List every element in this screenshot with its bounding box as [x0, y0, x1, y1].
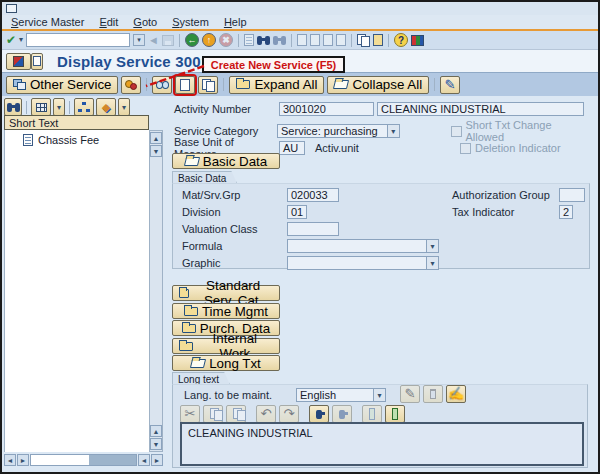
base-unit-field[interactable]: AU: [279, 141, 305, 155]
continuous-text-button[interactable]: [385, 405, 405, 423]
sort-filter-dropdown[interactable]: ▾: [118, 98, 130, 116]
enter-dropdown-icon[interactable]: ▾: [19, 36, 23, 44]
copy-service-button[interactable]: [198, 76, 218, 94]
tree-vertical-scrollbar[interactable]: ▲ ▼ ▲ ▼: [149, 130, 163, 452]
back-icon[interactable]: ◄: [148, 35, 159, 46]
authorization-group-field[interactable]: [559, 188, 585, 202]
tree-item-chassis-fee[interactable]: Chassis Fee: [5, 130, 149, 146]
scroll-right-icon[interactable]: ►: [17, 454, 29, 466]
scroll-thumb[interactable]: [89, 455, 136, 465]
cut-button[interactable]: ✂: [180, 405, 200, 423]
scroll-up-icon[interactable]: ▲: [150, 132, 162, 144]
import-icon: [369, 408, 375, 420]
find-next-text-button[interactable]: [332, 405, 352, 423]
find-next-icon[interactable]: [273, 36, 286, 45]
other-service-button[interactable]: Other Service: [6, 76, 118, 94]
undo-button[interactable]: ↶: [256, 405, 276, 423]
valuation-class-field[interactable]: [287, 222, 339, 236]
basic-data-section-button[interactable]: Basic Data: [172, 153, 280, 169]
table-settings-button[interactable]: ✎: [440, 76, 460, 94]
paste-button[interactable]: [226, 405, 246, 423]
other-service-label: Other Service: [30, 77, 111, 92]
undo-icon: ↶: [260, 407, 271, 420]
display-object-list-button[interactable]: [6, 53, 31, 70]
scroll-left-icon[interactable]: ◄: [138, 454, 150, 466]
help-icon[interactable]: ?: [394, 33, 408, 47]
mat-srv-grp-field[interactable]: 020033: [287, 188, 339, 202]
cancel-icon[interactable]: ✖: [219, 33, 233, 47]
dropdown-icon[interactable]: ▾: [426, 239, 439, 253]
language-select[interactable]: English ▾: [296, 388, 386, 402]
menu-help[interactable]: Help: [224, 16, 247, 28]
scroll-right-icon[interactable]: ►: [151, 454, 163, 466]
formula-select[interactable]: ▾: [287, 239, 439, 253]
activity-number-field[interactable]: 3001020: [279, 102, 374, 116]
sort-filter-button[interactable]: ◆: [96, 98, 116, 116]
menu-service-master[interactable]: Service Master: [11, 16, 84, 28]
dropdown-icon[interactable]: ▾: [373, 388, 386, 402]
delete-text-button[interactable]: [423, 385, 443, 403]
division-field[interactable]: 01: [287, 205, 307, 219]
enter-icon[interactable]: ✔: [6, 34, 16, 46]
base-unit-desc: Activ.unit: [315, 142, 425, 154]
column-settings-button[interactable]: [31, 98, 51, 116]
refresh-service-button[interactable]: [121, 76, 141, 94]
deletion-indicator-checkbox[interactable]: Deletion Indicator: [460, 142, 561, 154]
formula-label: Formula: [182, 240, 287, 252]
scroll-track[interactable]: [30, 454, 137, 466]
print-icon[interactable]: [244, 34, 254, 46]
edit-text-button[interactable]: ✎: [400, 385, 420, 403]
section-button-label: Long Txt: [209, 356, 261, 371]
tax-indicator-field[interactable]: 2: [559, 205, 573, 219]
redo-button[interactable]: ↷: [279, 405, 299, 423]
create-shortcut-icon[interactable]: [373, 34, 383, 46]
editor-button[interactable]: ✍: [446, 385, 466, 403]
scroll-down-icon[interactable]: ▼: [150, 438, 162, 450]
first-page-icon[interactable]: [297, 34, 307, 46]
long-txt-button[interactable]: Long Txt: [172, 355, 280, 371]
command-history-icon[interactable]: ▾: [133, 34, 145, 46]
tree-horizontal-scrollbar[interactable]: ◄ ► ◄ ►: [4, 453, 163, 467]
menu-goto[interactable]: Goto: [133, 16, 157, 28]
exit-back-icon[interactable]: ←: [185, 33, 199, 47]
expand-all-label: Expand All: [254, 77, 317, 92]
find-text-button[interactable]: [309, 405, 329, 423]
display-change-button[interactable]: [152, 76, 172, 94]
last-page-icon[interactable]: [336, 34, 346, 46]
standard-serv-cat-button[interactable]: Standard Serv. Cat.: [172, 285, 280, 301]
menu-edit[interactable]: Edit: [99, 16, 118, 28]
internal-work-button[interactable]: Internal Work: [172, 338, 280, 354]
activity-description-field[interactable]: CLEANING INDUSTRIAL: [377, 102, 584, 116]
find-icon[interactable]: [257, 36, 270, 45]
tree-header-label: Short Text: [9, 117, 58, 129]
collapse-all-button[interactable]: Collapse All: [327, 76, 429, 94]
time-mgmt-button[interactable]: Time Mgmt: [172, 303, 280, 319]
folder-icon: [179, 289, 189, 298]
customize-layout-icon[interactable]: [411, 35, 424, 46]
copy-text-button[interactable]: [203, 405, 223, 423]
next-page-icon[interactable]: [323, 34, 333, 46]
page-up-icon[interactable]: ↑: [202, 33, 216, 47]
scroll-left-icon[interactable]: ◄: [4, 454, 16, 466]
title-menu-button[interactable]: [31, 53, 43, 70]
long-text-editor[interactable]: CLEANING INDUSTRIAL: [180, 422, 584, 466]
create-new-service-button[interactable]: [175, 76, 195, 94]
valuation-class-row: Valuation Class: [182, 222, 339, 236]
scroll-down-icon[interactable]: ▼: [150, 145, 162, 157]
tree-find-button[interactable]: [4, 98, 22, 116]
scroll-up-icon[interactable]: ▲: [150, 425, 162, 437]
menu-system[interactable]: System: [172, 16, 209, 28]
previous-page-icon[interactable]: [310, 34, 320, 46]
expand-all-button[interactable]: Expand All: [229, 76, 324, 94]
column-settings-dropdown[interactable]: ▾: [53, 98, 65, 116]
load-text-button[interactable]: [362, 405, 382, 423]
formula-row: Formula ▾: [182, 239, 439, 253]
command-field[interactable]: [26, 33, 130, 47]
tree-column-header[interactable]: Short Text: [4, 115, 149, 130]
new-session-icon[interactable]: [357, 34, 370, 47]
save-icon[interactable]: [162, 35, 174, 46]
division-row: Division 01: [182, 205, 307, 219]
dropdown-icon[interactable]: ▾: [426, 256, 439, 270]
hierarchy-button[interactable]: [74, 98, 94, 116]
graphic-select[interactable]: ▾: [287, 256, 439, 270]
